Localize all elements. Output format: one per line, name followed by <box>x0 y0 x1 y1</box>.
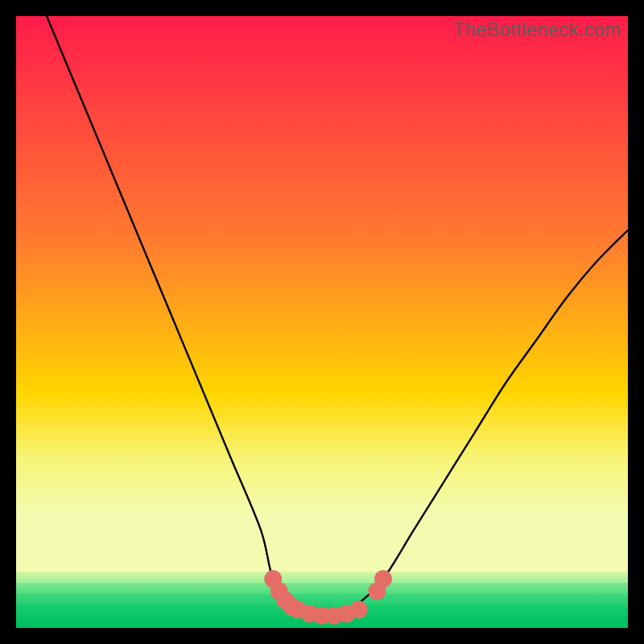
watermark-text: TheBottleneck.com <box>453 19 621 41</box>
bottleneck-curve <box>47 16 628 617</box>
curve-markers <box>264 570 392 625</box>
marker-dot <box>374 570 392 588</box>
chart-plot <box>16 16 628 628</box>
chart-frame: TheBottleneck.com <box>16 16 628 628</box>
marker-dot <box>350 601 368 618</box>
